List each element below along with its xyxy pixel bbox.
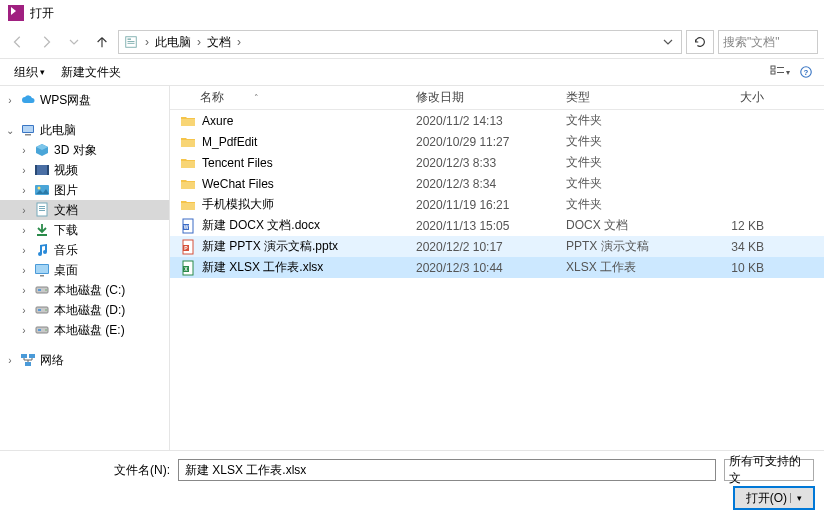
drive-icon bbox=[34, 322, 50, 338]
file-date: 2020/12/3 8:34 bbox=[410, 175, 560, 193]
svg-rect-40 bbox=[181, 161, 195, 168]
file-size bbox=[690, 119, 770, 123]
file-size bbox=[690, 203, 770, 207]
svg-rect-3 bbox=[128, 43, 135, 44]
svg-rect-22 bbox=[37, 234, 47, 236]
xlsx-icon: X bbox=[180, 260, 196, 276]
expand-icon[interactable]: › bbox=[4, 95, 16, 106]
sidebar-item-label: 下载 bbox=[54, 222, 78, 239]
file-name: M_PdfEdit bbox=[202, 135, 257, 149]
recent-dropdown[interactable] bbox=[62, 30, 86, 54]
sidebar-item-drive[interactable]: ›本地磁盘 (E:) bbox=[0, 320, 169, 340]
file-row[interactable]: Tencent Files2020/12/3 8:33文件夹 bbox=[170, 152, 824, 173]
desktop-icon bbox=[34, 262, 50, 278]
sidebar-item-video[interactable]: ›视频 bbox=[0, 160, 169, 180]
file-date: 2020/12/2 10:17 bbox=[410, 238, 560, 256]
sidebar-item-picture[interactable]: ›图片 bbox=[0, 180, 169, 200]
expand-icon[interactable]: › bbox=[18, 205, 30, 216]
new-folder-button[interactable]: 新建文件夹 bbox=[53, 60, 129, 85]
column-name[interactable]: 名称˄ bbox=[170, 86, 410, 110]
file-list[interactable]: 名称˄ 修改日期 类型 大小 Axure2020/11/2 14:13文件夹M_… bbox=[170, 86, 824, 450]
sidebar-item-label: 3D 对象 bbox=[54, 142, 97, 159]
file-type: DOCX 文档 bbox=[560, 215, 690, 236]
column-type[interactable]: 类型 bbox=[560, 86, 690, 110]
file-row[interactable]: WeChat Files2020/12/3 8:34文件夹 bbox=[170, 173, 824, 194]
open-button[interactable]: 打开(O) ▾ bbox=[734, 487, 814, 509]
drive-icon bbox=[34, 282, 50, 298]
sidebar-item-doc[interactable]: ›文档 bbox=[0, 200, 169, 220]
expand-icon[interactable]: › bbox=[18, 285, 30, 296]
sidebar-item-wps-cloud[interactable]: ›WPS网盘 bbox=[0, 90, 169, 110]
sidebar-item-desktop[interactable]: ›桌面 bbox=[0, 260, 169, 280]
search-input[interactable]: 搜索"文档" bbox=[718, 30, 818, 54]
sidebar-item-drive[interactable]: ›本地磁盘 (C:) bbox=[0, 280, 169, 300]
folder-icon bbox=[180, 197, 196, 213]
expand-icon[interactable]: › bbox=[18, 145, 30, 156]
file-type: PPTX 演示文稿 bbox=[560, 236, 690, 257]
breadcrumb-current[interactable]: 文档 bbox=[203, 32, 235, 53]
file-row[interactable]: W新建 DOCX 文档.docx2020/11/13 15:05DOCX 文档1… bbox=[170, 215, 824, 236]
expand-icon[interactable]: › bbox=[18, 325, 30, 336]
expand-icon[interactable]: › bbox=[18, 165, 30, 176]
sidebar-item-label: 桌面 bbox=[54, 262, 78, 279]
sidebar-item-label: 本地磁盘 (C:) bbox=[54, 282, 125, 299]
file-row[interactable]: P新建 PPTX 演示文稿.pptx2020/12/2 10:17PPTX 演示… bbox=[170, 236, 824, 257]
up-button[interactable] bbox=[90, 30, 114, 54]
column-modified[interactable]: 修改日期 bbox=[410, 86, 560, 110]
pc-icon bbox=[20, 122, 36, 138]
file-name: 新建 DOCX 文档.docx bbox=[202, 217, 320, 234]
svg-rect-14 bbox=[35, 165, 37, 175]
expand-icon[interactable]: › bbox=[18, 305, 30, 316]
chevron-down-icon: ▾ bbox=[40, 67, 45, 77]
svg-point-27 bbox=[45, 289, 47, 291]
file-type: 文件夹 bbox=[560, 152, 690, 173]
sidebar-item-pc[interactable]: ⌄此电脑 bbox=[0, 120, 169, 140]
file-type: 文件夹 bbox=[560, 110, 690, 131]
filename-input[interactable] bbox=[178, 459, 716, 481]
file-type: 文件夹 bbox=[560, 194, 690, 215]
download-icon bbox=[34, 222, 50, 238]
view-mode-button[interactable]: ▾ bbox=[768, 61, 792, 83]
dialog-bottom: 文件名(N): 所有可支持的文 打开(O) ▾ bbox=[0, 450, 824, 517]
svg-text:?: ? bbox=[804, 68, 809, 77]
breadcrumb[interactable]: › 此电脑 › 文档 › bbox=[118, 30, 682, 54]
column-size[interactable]: 大小 bbox=[690, 86, 770, 110]
expand-icon[interactable]: › bbox=[18, 185, 30, 196]
column-headers[interactable]: 名称˄ 修改日期 类型 大小 bbox=[170, 86, 824, 110]
back-button[interactable] bbox=[6, 30, 30, 54]
file-row[interactable]: Axure2020/11/2 14:13文件夹 bbox=[170, 110, 824, 131]
sidebar-item-download[interactable]: ›下载 bbox=[0, 220, 169, 240]
svg-rect-5 bbox=[771, 71, 775, 74]
help-button[interactable]: ? bbox=[794, 61, 818, 83]
file-date: 2020/11/13 15:05 bbox=[410, 217, 560, 235]
svg-point-33 bbox=[45, 329, 47, 331]
file-type: XLSX 工作表 bbox=[560, 257, 690, 278]
forward-button[interactable] bbox=[34, 30, 58, 54]
sidebar-item-drive[interactable]: ›本地磁盘 (D:) bbox=[0, 300, 169, 320]
file-size: 34 KB bbox=[690, 238, 770, 256]
expand-icon[interactable]: › bbox=[18, 265, 30, 276]
file-type: 文件夹 bbox=[560, 131, 690, 152]
video-icon bbox=[34, 162, 50, 178]
svg-rect-36 bbox=[29, 354, 35, 358]
file-date: 2020/12/3 8:33 bbox=[410, 154, 560, 172]
expand-icon[interactable]: › bbox=[18, 225, 30, 236]
file-row[interactable]: X新建 XLSX 工作表.xlsx2020/12/3 10:44XLSX 工作表… bbox=[170, 257, 824, 278]
breadcrumb-dropdown[interactable] bbox=[659, 31, 677, 53]
file-type-filter[interactable]: 所有可支持的文 bbox=[724, 459, 814, 481]
file-row[interactable]: M_PdfEdit2020/10/29 11:27文件夹 bbox=[170, 131, 824, 152]
sidebar-item-network[interactable]: ›网络 bbox=[0, 350, 169, 370]
breadcrumb-root[interactable]: 此电脑 bbox=[151, 32, 195, 53]
wps-cloud-icon bbox=[20, 92, 36, 108]
expand-icon[interactable]: ⌄ bbox=[4, 125, 16, 136]
expand-icon[interactable]: › bbox=[18, 245, 30, 256]
expand-icon[interactable]: › bbox=[4, 355, 16, 366]
sidebar-item-3d[interactable]: ›3D 对象 bbox=[0, 140, 169, 160]
sidebar-item-music[interactable]: ›音乐 bbox=[0, 240, 169, 260]
file-row[interactable]: 手机模拟大师2020/11/19 16:21文件夹 bbox=[170, 194, 824, 215]
refresh-button[interactable] bbox=[686, 30, 714, 54]
file-date: 2020/12/3 10:44 bbox=[410, 259, 560, 277]
organize-menu[interactable]: 组织 ▾ bbox=[6, 60, 53, 85]
folder-icon bbox=[180, 176, 196, 192]
sidebar-tree[interactable]: ›WPS网盘⌄此电脑›3D 对象›视频›图片›文档›下载›音乐›桌面›本地磁盘 … bbox=[0, 86, 170, 450]
